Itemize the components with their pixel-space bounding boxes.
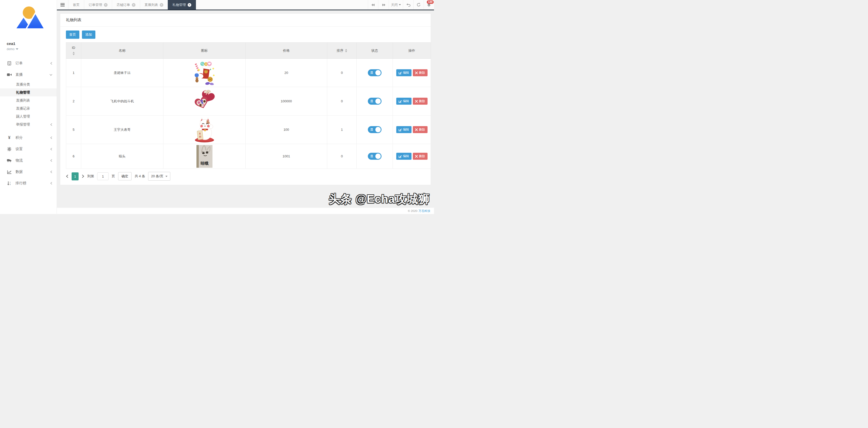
sidebar-item-live-list[interactable]: 直播列表 <box>0 96 57 104</box>
role-dropdown[interactable]: demo <box>7 47 57 51</box>
page-size-label: 20 条/页 <box>151 174 163 179</box>
topbar: 首页 订单管理✕ 店铺订单✕ 直播列表✕ 礼物管理✕ 关闭 <box>57 0 434 10</box>
col-id[interactable]: ID <box>66 43 81 59</box>
toggle-knob <box>375 70 381 75</box>
sidebar-item-label: 举报管理 <box>16 122 30 127</box>
sidebar-item-live-records[interactable]: 直播记录 <box>0 104 57 113</box>
gift-table: ID 名称 图标 价格 排序 状态 操作 <box>66 42 431 169</box>
close-dropdown[interactable]: 关闭 <box>389 0 403 9</box>
christmas-stocking-image <box>193 61 216 85</box>
delete-button[interactable]: 删除 <box>413 69 428 76</box>
sort-arrows-icon[interactable] <box>73 52 75 55</box>
add-button[interactable]: 添加 <box>82 30 95 39</box>
chevron-left-icon <box>50 62 53 65</box>
tab-label: 直播列表 <box>145 3 158 7</box>
cell-sort: 0 <box>327 59 357 87</box>
cell-name: 飞机中的战斗机 <box>81 87 163 116</box>
toggle-knob <box>375 127 381 132</box>
sidebar-item-report-management[interactable]: 举报管理 <box>0 120 57 128</box>
edit-pencil-icon <box>399 100 402 103</box>
sidebar-item-orders[interactable]: 订单 <box>0 58 57 69</box>
delete-button[interactable]: 删除 <box>413 98 428 105</box>
visibility-toggle[interactable]: 显 <box>368 98 381 105</box>
tab-label: 店铺订单 <box>117 3 130 7</box>
pagination: 1 到第 页 确定 共 4 条 20 条/页 <box>60 169 431 185</box>
gear-icon <box>7 147 12 151</box>
page-size-select[interactable]: 20 条/页 <box>148 172 170 181</box>
close-icon[interactable]: ✕ <box>160 3 163 7</box>
cell-price: 100 <box>246 116 327 144</box>
tab-home[interactable]: 首页 <box>68 0 84 9</box>
chevron-left-icon <box>50 136 53 139</box>
close-icon[interactable]: ✕ <box>132 3 135 7</box>
sidebar-item-label: 设置 <box>16 147 50 151</box>
main-area: 首页 订单管理✕ 店铺订单✕ 直播列表✕ 礼物管理✕ 关闭 <box>57 0 434 214</box>
tab-live-list[interactable]: 直播列表✕ <box>140 0 168 9</box>
sidebar-item-live-category[interactable]: 直播分类 <box>0 81 57 88</box>
bell-icon[interactable]: 130 <box>424 0 434 9</box>
footer: © 2020 万岳科技 <box>57 208 434 214</box>
edit-button[interactable]: 编辑 <box>396 98 411 105</box>
page-number-button[interactable]: 1 <box>71 173 79 180</box>
sort-arrows-icon[interactable] <box>345 49 347 53</box>
company-logo <box>0 0 57 29</box>
sidebar-item-ranking[interactable]: 19 排行榜 <box>0 178 57 189</box>
sidebar-item-live[interactable]: 直播 <box>0 69 57 81</box>
sidebar-item-kick-management[interactable]: 踢人管理 <box>0 113 57 120</box>
chevron-down-icon <box>50 74 53 76</box>
chevron-left-icon <box>50 159 53 162</box>
home-button[interactable]: 首页 <box>66 30 80 39</box>
chevron-left-icon <box>50 123 53 126</box>
goto-page-input[interactable] <box>97 173 108 180</box>
cell-ops: 编辑 删除 <box>393 116 431 144</box>
visibility-toggle[interactable]: 显 <box>368 153 381 160</box>
sidebar-item-gift-management[interactable]: 礼物管理 <box>0 88 57 96</box>
sidebar-nav: 订单 直播 直播分类 礼物管理 直播列表 直播记录 踢人管理 举报管理 <box>0 58 57 189</box>
heart-chocolate-box-image <box>192 89 217 114</box>
col-icon: 图标 <box>163 43 246 59</box>
sidebar-item-settings[interactable]: 设置 <box>0 144 57 155</box>
edit-button[interactable]: 编辑 <box>396 126 411 133</box>
table-row: 2 飞机中的战斗机 100000 <box>66 87 431 116</box>
x-icon <box>415 100 418 102</box>
yen-icon: ¥ <box>7 135 12 140</box>
delete-button[interactable]: 删除 <box>413 153 428 160</box>
app-root: cea1 demo 订单 直播 直播分类 <box>0 0 434 214</box>
close-icon[interactable]: ✕ <box>188 3 191 7</box>
sidebar-item-points[interactable]: ¥ 积分 <box>0 132 57 144</box>
edit-button[interactable]: 编辑 <box>396 69 411 76</box>
next-page-icon[interactable] <box>82 175 84 178</box>
table-header-row: ID 名称 图标 价格 排序 状态 操作 <box>66 43 431 59</box>
sidebar-item-logistics[interactable]: 物流 <box>0 155 57 166</box>
hamburger-icon[interactable] <box>57 0 68 9</box>
sidebar: cea1 demo 订单 直播 直播分类 <box>0 0 57 214</box>
forward-icon[interactable] <box>378 0 389 9</box>
visibility-toggle[interactable]: 显 <box>368 69 381 76</box>
cell-price: 1001 <box>246 144 327 169</box>
delete-button[interactable]: 删除 <box>413 126 428 133</box>
close-icon[interactable]: ✕ <box>104 3 107 7</box>
mountain-sun-logo-icon <box>13 6 44 29</box>
x-icon <box>415 71 418 74</box>
company-link[interactable]: 万岳科技 <box>418 209 430 213</box>
table-row: 6 猫头 <box>66 144 431 169</box>
sidebar-item-label: 物流 <box>16 158 50 163</box>
refresh-icon[interactable] <box>413 0 424 9</box>
tab-shop-orders[interactable]: 店铺订单✕ <box>112 0 140 9</box>
tab-gift-management[interactable]: 礼物管理✕ <box>168 0 196 9</box>
cell-id: 5 <box>66 116 81 144</box>
sidebar-item-label: 直播 <box>16 72 50 77</box>
tab-label: 订单管理 <box>89 3 102 7</box>
copyright-text: © 2020 <box>408 209 417 212</box>
backward-icon[interactable] <box>368 0 378 9</box>
visibility-toggle[interactable]: 显 <box>368 126 381 133</box>
confirm-button[interactable]: 确定 <box>118 172 131 180</box>
tab-order-management[interactable]: 订单管理✕ <box>84 0 112 9</box>
col-sort[interactable]: 排序 <box>327 43 357 59</box>
tab-label: 首页 <box>73 3 80 7</box>
sidebar-item-data[interactable]: 数据 <box>0 166 57 178</box>
lucky-cat-image: 发财 <box>193 117 216 143</box>
undo-icon[interactable] <box>403 0 413 9</box>
edit-button[interactable]: 编辑 <box>396 153 411 160</box>
prev-page-icon[interactable] <box>66 175 68 178</box>
